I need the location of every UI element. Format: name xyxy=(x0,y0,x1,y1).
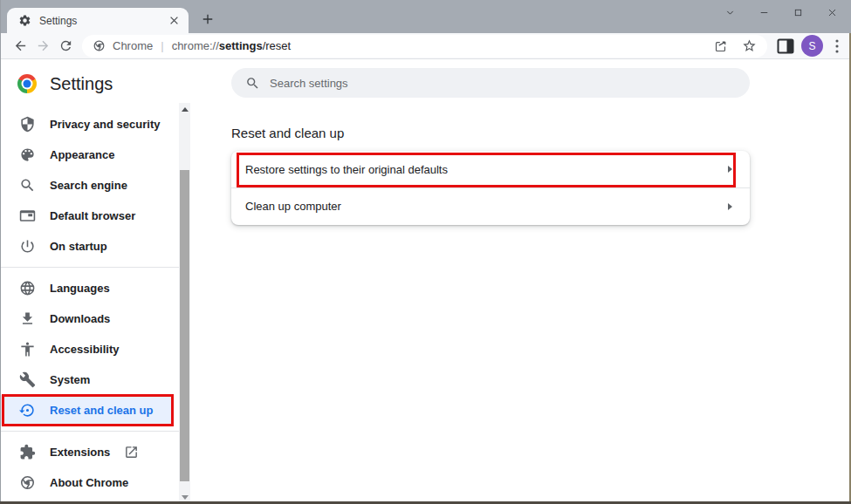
chevron-right-icon xyxy=(728,203,732,210)
globe-icon xyxy=(19,280,36,296)
sidebar-item-reset-and-clean-up[interactable]: Reset and clean up xyxy=(0,395,174,426)
close-window-button[interactable] xyxy=(815,0,849,25)
window-controls xyxy=(713,0,849,25)
restore-icon xyxy=(19,402,36,419)
sidebar-item-label: Extensions xyxy=(50,446,110,459)
search-icon xyxy=(245,76,260,91)
gear-icon xyxy=(18,14,31,27)
sidebar-item-default-browser[interactable]: Default browser xyxy=(0,201,179,231)
settings-search[interactable] xyxy=(231,68,750,98)
sidebar-item-search-engine[interactable]: Search engine xyxy=(0,170,179,201)
maximize-button[interactable] xyxy=(781,0,815,25)
sidebar-item-label: Accessibility xyxy=(50,343,120,356)
settings-row-label: Clean up computer xyxy=(245,200,341,213)
forward-icon[interactable] xyxy=(31,35,54,58)
tab-settings[interactable]: Settings xyxy=(7,8,189,33)
site-label: Chrome xyxy=(113,39,153,52)
sidebar-header: Settings xyxy=(0,59,223,108)
sidebar-item-label: Reset and clean up xyxy=(50,404,153,417)
chevron-right-icon xyxy=(728,166,732,173)
tab-close-icon[interactable] xyxy=(167,13,182,28)
browser-icon xyxy=(19,208,36,224)
sidebar-divider xyxy=(0,267,179,268)
sidebar-item-system[interactable]: System xyxy=(0,364,179,395)
window-edge-left xyxy=(0,0,1,504)
settings-row-restore-settings-to-their-original-defaults[interactable]: Restore settings to their original defau… xyxy=(231,151,750,187)
settings-row-clean-up-computer[interactable]: Clean up computer xyxy=(231,187,750,224)
sidebar-item-appearance[interactable]: Appearance xyxy=(0,140,179,170)
reload-icon[interactable] xyxy=(54,35,77,58)
accessibility-icon xyxy=(19,341,36,358)
new-tab-button[interactable] xyxy=(200,11,216,27)
profile-avatar[interactable]: S xyxy=(801,35,823,57)
sidebar-item-label: Downloads xyxy=(50,312,110,325)
browser-window: Settings Chrome | chrome://settings/rese… xyxy=(0,0,851,504)
tab-bar: Settings xyxy=(0,0,851,33)
chrome-logo-icon xyxy=(17,74,37,93)
browser-toolbar: Chrome | chrome://settings/reset S xyxy=(0,33,851,59)
power-icon xyxy=(19,238,36,255)
search-input[interactable] xyxy=(270,77,736,90)
sidebar-item-label: On startup xyxy=(50,240,107,253)
sidebar-nav: Privacy and securityAppearanceSearch eng… xyxy=(0,109,179,498)
bookmark-star-icon[interactable] xyxy=(742,38,757,53)
sidebar-item-label: System xyxy=(50,373,90,386)
back-icon[interactable] xyxy=(9,35,31,58)
sidebar-item-on-startup[interactable]: On startup xyxy=(0,231,179,262)
sidebar-scrollbar[interactable] xyxy=(179,103,190,504)
section-title: Reset and clean up xyxy=(231,126,344,140)
sidebar-item-label: Default browser xyxy=(50,209,135,222)
settings-card: Restore settings to their original defau… xyxy=(231,151,750,225)
puzzle-icon xyxy=(19,444,36,460)
sidebar-item-label: Languages xyxy=(50,282,110,295)
scrollbar-thumb[interactable] xyxy=(180,170,189,481)
sidebar-item-extensions[interactable]: Extensions xyxy=(0,437,179,467)
palette-icon xyxy=(19,146,36,163)
sidebar-item-label: Privacy and security xyxy=(50,118,160,131)
sidebar-item-languages[interactable]: Languages xyxy=(0,273,179,303)
browser-menu-icon[interactable] xyxy=(827,37,847,56)
sidebar-item-about-chrome[interactable]: About Chrome xyxy=(0,467,179,498)
page-title: Settings xyxy=(50,74,113,94)
sidebar-item-accessibility[interactable]: Accessibility xyxy=(0,334,179,364)
settings-main: Reset and clean up Restore settings to t… xyxy=(223,59,851,504)
minimize-button[interactable] xyxy=(747,0,781,25)
search-icon xyxy=(19,177,36,194)
sidebar-item-label: About Chrome xyxy=(50,476,128,489)
sidebar-item-label: Search engine xyxy=(50,179,127,192)
sidebar-item-label: Appearance xyxy=(50,148,114,161)
chrome-icon xyxy=(19,474,36,491)
settings-page: Settings Privacy and securityAppearanceS… xyxy=(0,59,851,504)
sidebar-item-downloads[interactable]: Downloads xyxy=(0,303,179,334)
toolbar-right: S xyxy=(767,35,847,57)
url-text: chrome://settings/reset xyxy=(172,39,292,52)
url-separator: | xyxy=(161,39,163,52)
chrome-page-icon xyxy=(93,39,106,52)
download-icon xyxy=(19,310,36,327)
address-bar[interactable]: Chrome | chrome://settings/reset xyxy=(82,35,767,58)
shield-icon xyxy=(19,116,36,133)
settings-row-label: Restore settings to their original defau… xyxy=(245,163,448,176)
scroll-up-icon[interactable] xyxy=(179,103,190,116)
wrench-icon xyxy=(19,371,36,388)
external-link-icon xyxy=(124,445,139,460)
side-panel-icon[interactable] xyxy=(775,36,796,57)
tab-list-chevron-icon[interactable] xyxy=(713,0,747,25)
sidebar-item-privacy-and-security[interactable]: Privacy and security xyxy=(0,109,179,140)
tab-title: Settings xyxy=(39,15,167,27)
settings-sidebar: Settings Privacy and securityAppearanceS… xyxy=(0,59,223,504)
share-icon[interactable] xyxy=(713,38,728,53)
sidebar-divider xyxy=(0,431,179,432)
